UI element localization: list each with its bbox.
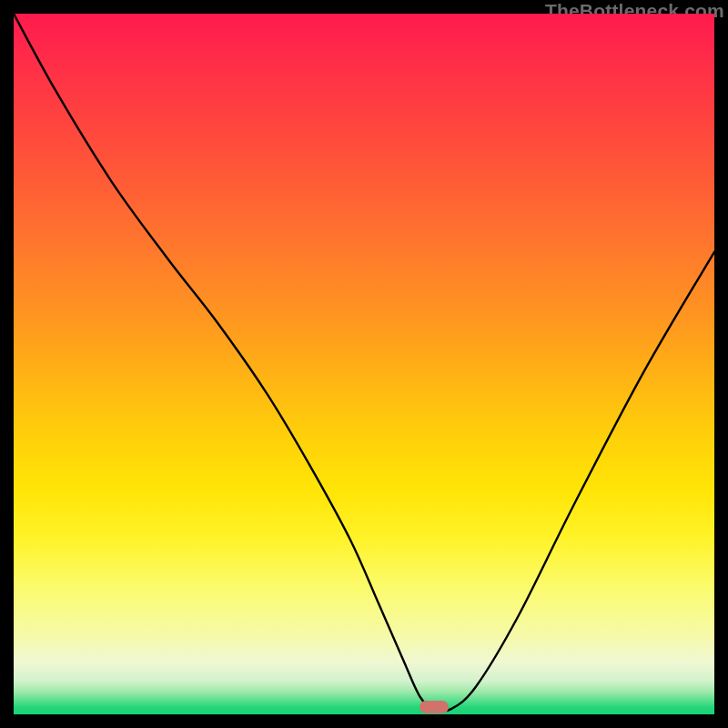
plot-area	[14, 14, 714, 714]
bottleneck-curve	[14, 14, 714, 714]
chart-frame: TheBottleneck.com	[0, 0, 728, 728]
